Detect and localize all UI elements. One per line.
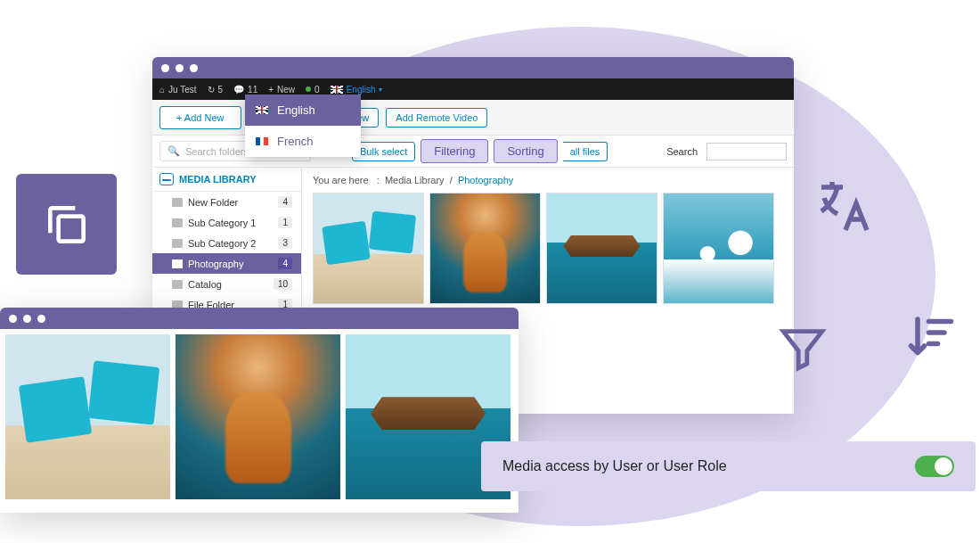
window-control-minimize[interactable] [23,315,31,323]
window-control-maximize[interactable] [37,315,45,323]
folder-icon [172,280,183,289]
adminbar-language-switcher[interactable]: English ▾ [331,85,383,95]
language-option-label: French [277,135,313,148]
window-control-close[interactable] [161,64,169,72]
media-thumbnail[interactable] [5,334,170,499]
media-thumbnail[interactable] [663,193,774,304]
media-thumbnail[interactable] [313,193,424,304]
window-titlebar [152,57,794,78]
sidebar-folder-item[interactable]: New Folder4 [152,192,301,212]
uk-flag-icon [331,86,343,94]
adminbar-notifications-count: 0 [314,85,320,95]
translate-feature-icon [811,174,875,242]
breadcrumb-prefix: You are here [313,175,369,185]
chevron-down-icon: ▾ [379,86,382,94]
search-icon: 🔍 [167,145,180,157]
bulk-select-button[interactable]: Bulk select [352,142,415,161]
window-control-minimize[interactable] [176,64,184,72]
copy-icon [42,200,92,250]
access-toggle-card: Media access by User or User Role [481,441,976,491]
sort-icon [904,310,958,364]
folder-name: Sub Category 2 [188,238,256,249]
window-control-close[interactable] [9,315,17,323]
adminbar-language-label: English [347,85,376,95]
library-icon [159,173,174,185]
adminbar-updates[interactable]: ↻ 5 [208,85,224,95]
language-option-label: English [277,103,315,117]
sidebar-folder-item[interactable]: Catalog10 [152,274,301,294]
translate-icon [811,174,875,238]
media-thumbnail[interactable] [546,193,657,304]
folder-count-badge: 3 [278,237,292,249]
adminbar-site-name: Ju Test [168,85,197,95]
access-toggle-label: Media access by User or User Role [502,458,727,474]
access-toggle-switch[interactable] [915,456,954,477]
sidebar-folder-item[interactable]: Sub Category 11 [152,212,301,233]
adminbar-comments[interactable]: 💬 11 [233,85,257,95]
svg-rect-0 [58,216,83,241]
adminbar-new[interactable]: + New [268,85,295,95]
secondary-window [0,308,519,513]
search-label: Search [666,146,698,157]
media-thumbnail[interactable] [429,193,541,304]
sort-feature-icon [904,310,958,367]
home-icon: ⌂ [159,85,165,95]
status-dot-icon [306,86,311,92]
comment-icon: 💬 [233,85,244,95]
breadcrumb-current[interactable]: Photography [458,175,513,185]
secondary-titlebar [0,308,519,329]
adminbar-notifications[interactable]: 0 [306,85,320,95]
media-thumbnail[interactable] [176,334,340,499]
add-new-primary-button[interactable]: + Add New [159,106,241,129]
sorting-button[interactable]: Sorting [494,139,557,163]
adminbar-updates-count: 5 [218,85,224,95]
filter-feature-icon [777,323,829,378]
add-remote-video-button[interactable]: Add Remote Video [386,108,487,128]
breadcrumb: You are here : Media Library / Photograp… [313,175,783,185]
language-option[interactable]: English [245,95,361,126]
filtering-button[interactable]: Filtering [421,139,488,163]
language-dropdown: EnglishFrench [245,95,361,157]
all-files-button[interactable]: all files [563,142,608,161]
folder-name: Catalog [188,279,222,290]
folder-name: Sub Category 1 [188,218,256,228]
folder-count-badge: 4 [278,258,292,269]
copy-feature-card [16,174,117,275]
folder-icon [172,239,183,248]
funnel-icon [777,323,829,374]
sidebar-folder-item[interactable]: Sub Category 23 [152,233,301,253]
plus-icon: + [268,85,274,95]
folder-name: New Folder [188,197,238,208]
folder-icon [172,259,183,268]
folder-count-badge: 4 [278,196,292,208]
uk-flag-icon [256,106,268,114]
sidebar-folder-item[interactable]: Photography4 [152,253,301,274]
sidebar-header[interactable]: MEDIA LIBRARY [152,168,301,192]
sidebar-header-label: MEDIA LIBRARY [179,174,257,185]
search-input[interactable] [706,143,787,160]
language-option[interactable]: French [245,126,361,157]
folder-count-badge: 1 [278,217,292,228]
folder-count-badge: 10 [274,278,292,290]
adminbar-new-label: New [277,85,295,95]
folder-icon [172,198,183,207]
adminbar-comments-count: 11 [248,85,257,95]
refresh-icon: ↻ [208,85,215,95]
breadcrumb-root[interactable]: Media Library [385,175,445,185]
fr-flag-icon [256,137,268,145]
window-control-maximize[interactable] [190,64,198,72]
folder-icon [172,218,183,227]
folder-name: Photography [188,259,243,269]
adminbar-site[interactable]: ⌂ Ju Test [159,85,197,95]
search-folders-placeholder: Search folders.. [185,146,254,157]
